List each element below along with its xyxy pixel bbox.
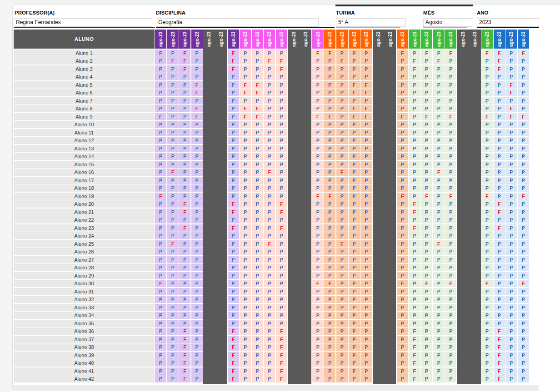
attendance-cell[interactable]: P — [324, 208, 335, 216]
attendance-cell[interactable]: F — [409, 375, 420, 382]
attendance-cell[interactable]: P — [324, 145, 335, 152]
attendance-cell[interactable]: P — [264, 208, 275, 216]
attendance-cell[interactable]: P — [409, 280, 420, 287]
student-name-cell[interactable]: Aluno 42 — [14, 375, 155, 382]
attendance-cell[interactable]: P — [349, 248, 360, 255]
attendance-cell[interactable]: P — [397, 65, 408, 73]
attendance-cell[interactable]: P — [505, 359, 517, 367]
attendance-cell[interactable]: P — [518, 200, 529, 208]
attendance-cell[interactable]: P — [505, 177, 517, 184]
attendance-cell[interactable]: P — [421, 208, 432, 216]
attendance-cell[interactable]: P — [494, 232, 505, 239]
attendance-cell[interactable]: P — [167, 153, 179, 160]
attendance-cell[interactable]: P — [349, 145, 360, 152]
student-name-cell[interactable]: Aluno 21 — [14, 208, 155, 216]
attendance-cell[interactable]: P — [481, 121, 493, 128]
attendance-cell[interactable]: P — [264, 320, 275, 327]
attendance-cell[interactable]: P — [155, 65, 166, 73]
attendance-cell[interactable]: P — [276, 97, 287, 104]
attendance-cell[interactable]: P — [349, 240, 360, 248]
attendance-cell[interactable]: P — [433, 145, 445, 152]
attendance-cell[interactable]: F — [324, 113, 335, 120]
attendance-cell[interactable]: P — [252, 232, 263, 239]
attendance-cell[interactable]: F — [397, 193, 408, 200]
attendance-cell[interactable]: P — [445, 272, 456, 279]
attendance-cell[interactable]: P — [324, 272, 335, 279]
attendance-cell[interactable]: P — [433, 336, 445, 343]
attendance-cell[interactable]: P — [228, 153, 239, 160]
attendance-cell[interactable]: P — [324, 184, 335, 192]
attendance-cell[interactable]: P — [421, 375, 432, 382]
attendance-cell[interactable]: P — [481, 89, 493, 96]
attendance-cell[interactable]: P — [252, 50, 263, 57]
attendance-cell[interactable]: F — [276, 375, 287, 382]
attendance-cell[interactable]: P — [252, 320, 263, 327]
attendance-cell[interactable]: P — [264, 367, 275, 375]
attendance-cell[interactable]: P — [397, 312, 408, 319]
attendance-cell[interactable]: P — [191, 343, 203, 351]
student-name-cell[interactable]: Aluno 15 — [14, 161, 155, 168]
attendance-cell[interactable]: P — [518, 320, 529, 327]
attendance-cell[interactable]: F — [252, 89, 263, 96]
attendance-cell[interactable]: P — [421, 137, 432, 144]
attendance-cell[interactable]: P — [191, 336, 203, 343]
attendance-cell[interactable]: P — [191, 272, 203, 279]
attendance-cell[interactable]: P — [240, 320, 251, 327]
attendance-cell[interactable]: P — [349, 288, 360, 295]
attendance-cell[interactable]: P — [191, 304, 203, 311]
attendance-cell[interactable]: P — [252, 137, 263, 144]
attendance-cell[interactable]: P — [312, 327, 324, 335]
attendance-cell[interactable]: P — [228, 280, 239, 287]
attendance-cell[interactable]: F — [494, 343, 505, 351]
attendance-cell[interactable]: P — [481, 232, 493, 239]
attendance-cell[interactable]: F — [336, 169, 348, 176]
attendance-cell[interactable]: P — [155, 224, 166, 232]
attendance-cell[interactable]: P — [336, 137, 348, 144]
attendance-cell[interactable]: P — [240, 296, 251, 303]
attendance-cell[interactable]: P — [228, 184, 239, 192]
attendance-cell[interactable]: F — [179, 367, 190, 375]
attendance-cell[interactable]: P — [336, 248, 348, 255]
attendance-cell[interactable]: P — [167, 224, 179, 232]
attendance-cell[interactable]: P — [167, 73, 179, 80]
attendance-cell[interactable]: P — [155, 169, 166, 176]
attendance-cell[interactable]: P — [240, 129, 251, 136]
attendance-cell[interactable]: P — [445, 352, 456, 359]
attendance-cell[interactable]: P — [191, 129, 203, 136]
attendance-cell[interactable]: P — [494, 105, 505, 112]
attendance-cell[interactable]: P — [481, 73, 493, 80]
attendance-cell[interactable]: P — [349, 121, 360, 128]
attendance-cell[interactable]: P — [433, 97, 445, 104]
attendance-cell[interactable]: P — [324, 296, 335, 303]
attendance-cell[interactable]: F — [312, 280, 324, 287]
attendance-cell[interactable]: P — [324, 343, 335, 351]
attendance-cell[interactable]: P — [349, 169, 360, 176]
attendance-cell[interactable]: P — [191, 288, 203, 295]
attendance-cell[interactable]: P — [505, 352, 517, 359]
attendance-cell[interactable]: P — [445, 184, 456, 192]
attendance-cell[interactable]: P — [167, 304, 179, 311]
attendance-cell[interactable]: P — [518, 208, 529, 216]
attendance-cell[interactable]: P — [421, 224, 432, 232]
attendance-cell[interactable]: P — [421, 343, 432, 351]
attendance-cell[interactable]: P — [252, 272, 263, 279]
attendance-cell[interactable]: F — [409, 200, 420, 208]
attendance-cell[interactable]: P — [324, 97, 335, 104]
attendance-cell[interactable]: P — [421, 57, 432, 65]
attendance-cell[interactable]: P — [179, 121, 190, 128]
attendance-cell[interactable]: P — [505, 272, 517, 279]
attendance-cell[interactable]: P — [421, 256, 432, 263]
attendance-cell[interactable]: P — [349, 65, 360, 73]
attendance-cell[interactable]: P — [155, 359, 166, 367]
attendance-cell[interactable]: P — [505, 288, 517, 295]
attendance-cell[interactable]: F — [240, 105, 251, 112]
attendance-cell[interactable]: F — [505, 105, 517, 112]
attendance-cell[interactable]: P — [518, 161, 529, 168]
attendance-cell[interactable]: P — [324, 288, 335, 295]
attendance-cell[interactable]: F — [505, 81, 517, 89]
attendance-cell[interactable]: F — [252, 81, 263, 89]
attendance-cell[interactable]: P — [228, 145, 239, 152]
attendance-cell[interactable]: P — [167, 248, 179, 255]
attendance-cell[interactable]: P — [445, 97, 456, 104]
attendance-cell[interactable]: P — [276, 89, 287, 96]
